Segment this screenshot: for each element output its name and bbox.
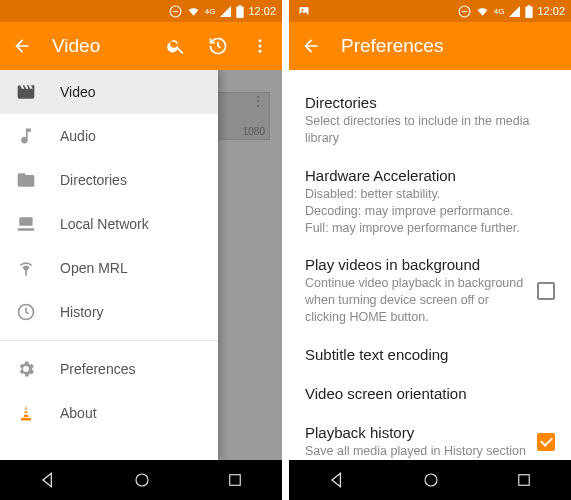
pref-title: Subtitle text encoding (305, 346, 555, 363)
pref-title: Play videos in background (305, 256, 527, 273)
checkbox-checked[interactable] (537, 433, 555, 451)
history-icon (16, 302, 36, 322)
sidebar-item-label: Open MRL (60, 260, 128, 276)
svg-rect-8 (18, 228, 35, 231)
svg-rect-2 (237, 6, 244, 18)
page-title: Video (52, 35, 164, 57)
overflow-icon[interactable] (248, 34, 272, 58)
pref-play-videos-background[interactable]: Play videos in background Continue video… (305, 246, 555, 336)
network-icon (16, 214, 36, 234)
sidebar-item-label: Video (60, 84, 96, 100)
pref-hardware-acceleration[interactable]: Hardware Acceleration Disabled: better s… (305, 157, 555, 247)
svg-rect-3 (239, 5, 242, 6)
sidebar-item-about[interactable]: About (0, 391, 218, 435)
phone-right: 4G 12:02 Preferences Directories Select … (289, 0, 571, 500)
sidebar-item-history[interactable]: History (0, 290, 218, 334)
nav-back-icon[interactable] (327, 470, 347, 490)
sidebar-item-local-network[interactable]: Local Network (0, 202, 218, 246)
svg-point-18 (302, 9, 304, 11)
sidebar-item-label: About (60, 405, 97, 421)
search-icon[interactable] (164, 34, 188, 58)
signal-icon (219, 5, 232, 18)
nav-recents-icon[interactable] (515, 471, 533, 489)
android-nav-bar (0, 460, 282, 500)
app-bar: Video (0, 22, 282, 70)
status-bar: 4G 12:02 (0, 0, 282, 22)
pref-subtitle: Disabled: better stability. Decoding: ma… (305, 186, 555, 237)
net-label: 4G (205, 7, 216, 16)
sidebar-item-label: Audio (60, 128, 96, 144)
sidebar-item-label: Local Network (60, 216, 149, 232)
back-icon[interactable] (299, 34, 323, 58)
svg-rect-12 (21, 418, 31, 421)
pref-title: Playback history (305, 424, 527, 441)
svg-point-6 (259, 50, 262, 53)
pref-title: Hardware Acceleration (305, 167, 555, 184)
app-bar: Preferences (289, 22, 571, 70)
phone-left: 4G 12:02 Video ⋮ 1080 Video Audio Di (0, 0, 282, 500)
sidebar-item-directories[interactable]: Directories (0, 158, 218, 202)
pref-directories[interactable]: Directories Select directories to includ… (305, 84, 555, 157)
battery-icon (525, 5, 533, 18)
svg-point-4 (259, 39, 262, 42)
dnd-icon (458, 5, 471, 18)
pref-title: Video screen orientation (305, 385, 555, 402)
pref-playback-history[interactable]: Playback history Save all media played i… (305, 414, 555, 460)
status-bar: 4G 12:02 (289, 0, 571, 22)
page-title: Preferences (341, 35, 561, 57)
pref-title: Directories (305, 94, 555, 111)
sidebar-item-audio[interactable]: Audio (0, 114, 218, 158)
sidebar-item-label: Directories (60, 172, 127, 188)
navigation-drawer: Video Audio Directories Local Network Op… (0, 70, 218, 460)
pref-subtitle-encoding[interactable]: Subtitle text encoding (305, 336, 555, 375)
svg-rect-22 (528, 5, 531, 6)
pref-subtitle: Save all media played in History section (305, 443, 527, 460)
nav-recents-icon[interactable] (226, 471, 244, 489)
nav-back-icon[interactable] (38, 470, 58, 490)
svg-rect-24 (519, 475, 530, 486)
nav-home-icon[interactable] (422, 471, 440, 489)
android-nav-bar (289, 460, 571, 500)
gear-icon (16, 359, 36, 379)
nav-home-icon[interactable] (133, 471, 151, 489)
video-icon (16, 82, 36, 102)
svg-rect-21 (526, 6, 533, 18)
pref-video-orientation[interactable]: Video screen orientation (305, 375, 555, 414)
sidebar-item-label: Preferences (60, 361, 135, 377)
svg-point-23 (425, 474, 437, 486)
vlc-cone-icon (16, 403, 36, 423)
history-action-icon[interactable] (206, 34, 230, 58)
stream-icon (16, 258, 36, 278)
svg-rect-16 (230, 475, 241, 486)
dnd-icon (169, 5, 182, 18)
svg-rect-14 (23, 413, 29, 415)
wifi-icon (475, 5, 490, 18)
back-icon[interactable] (10, 34, 34, 58)
sidebar-item-open-mrl[interactable]: Open MRL (0, 246, 218, 290)
audio-icon (16, 126, 36, 146)
drawer-divider (0, 340, 218, 341)
folder-icon (16, 170, 36, 190)
clock: 12:02 (248, 5, 276, 17)
net-label: 4G (494, 7, 505, 16)
sidebar-item-label: History (60, 304, 104, 320)
wifi-icon (186, 5, 201, 18)
svg-point-15 (136, 474, 148, 486)
svg-rect-13 (24, 410, 28, 412)
svg-point-5 (259, 45, 262, 48)
checkbox-unchecked[interactable] (537, 282, 555, 300)
battery-icon (236, 5, 244, 18)
signal-icon (508, 5, 521, 18)
pref-subtitle: Continue video playback in background wh… (305, 275, 527, 326)
clock: 12:02 (537, 5, 565, 17)
preferences-list[interactable]: Directories Select directories to includ… (289, 70, 571, 460)
sidebar-item-preferences[interactable]: Preferences (0, 347, 218, 391)
pref-subtitle: Select directories to include in the med… (305, 113, 555, 147)
svg-rect-7 (19, 217, 32, 225)
gallery-indicator-icon (297, 5, 311, 17)
sidebar-item-video[interactable]: Video (0, 70, 218, 114)
